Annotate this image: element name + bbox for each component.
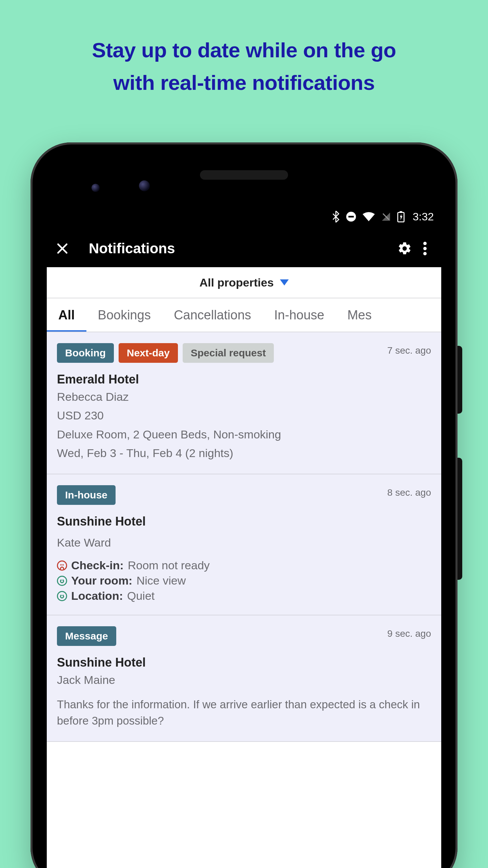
phone-side-button xyxy=(458,346,462,414)
guest-name: Rebecca Diaz xyxy=(57,389,431,405)
status-clock: 3:32 xyxy=(413,211,434,223)
app-bar: Notifications xyxy=(47,230,441,267)
timestamp: 8 sec. ago xyxy=(387,487,431,498)
phone-camera-icon xyxy=(92,184,100,192)
tag-message: Message xyxy=(57,626,116,646)
feedback-value: Quiet xyxy=(127,589,155,603)
screen-content: All properties All Bookings Cancellation… xyxy=(47,267,441,868)
notification-card[interactable]: Message 9 sec. ago Sunshine Hotel Jack M… xyxy=(47,615,441,742)
property-selector-label: All properties xyxy=(199,276,273,289)
promo-headline: Stay up to date while on the go with rea… xyxy=(0,0,488,99)
status-bar: 3:32 xyxy=(47,203,441,230)
battery-charging-icon xyxy=(397,211,405,222)
notifications-list[interactable]: Booking Next-day Special request 7 sec. … xyxy=(47,332,441,742)
wifi-icon xyxy=(363,212,375,222)
cell-signal-icon xyxy=(381,212,391,222)
message-body: Thanks for the information. If we arrive… xyxy=(57,696,431,729)
do-not-disturb-icon xyxy=(346,211,357,222)
feedback-row: Location: Quiet xyxy=(57,589,431,603)
chevron-down-icon xyxy=(280,279,289,285)
svg-point-6 xyxy=(423,247,427,250)
phone-frame: 3:32 Notifications All properties All Bo… xyxy=(30,142,458,868)
phone-speaker xyxy=(200,170,288,180)
guest-name: Jack Maine xyxy=(57,672,431,688)
feedback-row: Your room: Nice view xyxy=(57,574,431,587)
svg-point-5 xyxy=(423,242,427,245)
hotel-name: Emerald Hotel xyxy=(57,372,431,387)
hotel-name: Sunshine Hotel xyxy=(57,655,431,670)
promo-line-1: Stay up to date while on the go xyxy=(0,34,488,66)
feedback-row: Check-in: Room not ready xyxy=(57,559,431,572)
timestamp: 7 sec. ago xyxy=(387,345,431,356)
feedback-label: Check-in: xyxy=(71,559,124,572)
overflow-menu-button[interactable] xyxy=(415,238,435,259)
svg-point-7 xyxy=(423,252,427,255)
tab-messages[interactable]: Mes xyxy=(336,298,383,332)
settings-button[interactable] xyxy=(394,238,415,259)
property-selector[interactable]: All properties xyxy=(47,267,441,298)
phone-volume-button xyxy=(458,458,462,580)
tag-in-house: In-house xyxy=(57,485,116,505)
tag-booking: Booking xyxy=(57,343,114,363)
feedback-label: Location: xyxy=(71,589,123,603)
room-description: Deluxe Room, 2 Queen Beds, Non-smoking xyxy=(57,426,431,443)
happy-face-icon xyxy=(57,591,67,601)
tag-special-request: Special request xyxy=(183,343,274,363)
notification-card[interactable]: Booking Next-day Special request 7 sec. … xyxy=(47,332,441,474)
tab-in-house[interactable]: In-house xyxy=(263,298,336,332)
feedback-value: Room not ready xyxy=(128,559,210,572)
tab-bookings[interactable]: Bookings xyxy=(86,298,162,332)
tag-row: Booking Next-day Special request xyxy=(57,343,431,363)
tag-next-day: Next-day xyxy=(119,343,178,363)
phone-camera-icon xyxy=(139,180,150,191)
page-title: Notifications xyxy=(89,240,394,257)
tag-row: In-house xyxy=(57,485,431,505)
close-button[interactable] xyxy=(53,239,72,258)
promo-line-2: with real-time notifications xyxy=(0,66,488,99)
tab-cancellations[interactable]: Cancellations xyxy=(162,298,263,332)
svg-rect-4 xyxy=(400,211,402,213)
bluetooth-icon xyxy=(332,211,340,222)
booking-price: USD 230 xyxy=(57,407,431,424)
feedback-list: Check-in: Room not ready Your room: Nice… xyxy=(57,559,431,603)
filter-tabs: All Bookings Cancellations In-house Mes xyxy=(47,298,441,332)
svg-rect-1 xyxy=(348,216,354,218)
happy-face-icon xyxy=(57,576,67,586)
tag-row: Message xyxy=(57,626,431,646)
phone-screen: 3:32 Notifications All properties All Bo… xyxy=(47,203,441,868)
booking-dates: Wed, Feb 3 - Thu, Feb 4 (2 nights) xyxy=(57,445,431,461)
notification-card[interactable]: In-house 8 sec. ago Sunshine Hotel Kate … xyxy=(47,474,441,615)
tab-all[interactable]: All xyxy=(47,298,86,332)
feedback-value: Nice view xyxy=(137,574,186,587)
guest-name: Kate Ward xyxy=(57,536,431,549)
feedback-label: Your room: xyxy=(71,574,133,587)
hotel-name: Sunshine Hotel xyxy=(57,514,431,529)
sad-face-icon xyxy=(57,560,67,571)
timestamp: 9 sec. ago xyxy=(387,628,431,639)
